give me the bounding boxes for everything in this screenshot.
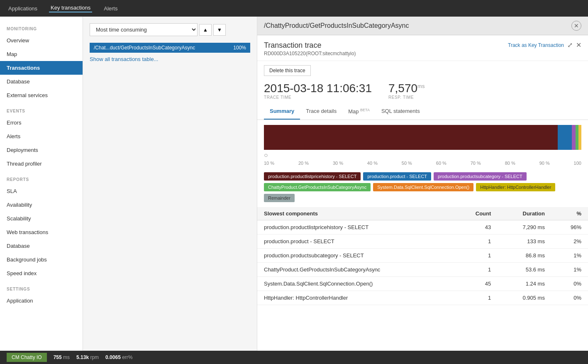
sidebar-item-sla[interactable]: SLA (0, 184, 83, 198)
trace-title-text: /ChattyProduct/GetProductsInSubCategoryA… (264, 22, 409, 29)
row-duration-4: 1.24 ms (498, 277, 551, 291)
bottom-bar: CM Chatty IO 755 ms 5.13k rpm 0.0065 err… (0, 351, 588, 364)
tab-summary[interactable]: Summary (264, 104, 300, 120)
row-name-4: System.Data.SqlClient.SqlConnection.Open… (257, 277, 454, 291)
transaction-bar-row[interactable]: /Chat...duct/GetProductsInSubCategoryAsy… (90, 43, 250, 53)
legend-remainder[interactable]: Remainder (264, 194, 295, 202)
trace-time-block: 2015-03-18 11:06:31 TRACE TIME (264, 82, 372, 100)
bottom-bar-metric-ms: 755 ms (54, 354, 70, 360)
title-bar-close-btn[interactable]: ✕ (571, 21, 581, 31)
sidebar-item-errors[interactable]: Errors (0, 116, 83, 129)
card-close-btn[interactable]: ✕ (576, 41, 581, 49)
transaction-bar-label: /Chat...duct/GetProductsInSubCategoryAsy… (90, 43, 229, 53)
chart-axis: 10 % 20 % 30 % 40 % 50 % 60 % 70 % 80 % … (264, 159, 581, 167)
expand-btn[interactable]: ⤢ (567, 41, 573, 49)
trace-metrics: 2015-03-18 11:06:31 TRACE TIME 7,570ms R… (257, 80, 588, 104)
dropdown-down-btn[interactable]: ▼ (213, 24, 226, 36)
trace-time-value: 2015-03-18 11:06:31 (264, 82, 372, 95)
nav-alerts[interactable]: Alerts (102, 5, 119, 12)
sidebar-item-alerts[interactable]: Alerts (0, 129, 83, 143)
chart-area: ○ 10 % 20 % 30 % 40 % 50 % 60 % 70 % 80 … (257, 120, 588, 172)
sidebar: MONITORING Overview Map Transactions Dat… (0, 17, 83, 364)
track-as-key-transaction-btn[interactable]: Track as Key Transaction (508, 42, 564, 48)
row-name-5: HttpHandler: HttpControllerHandler (257, 291, 454, 305)
sidebar-item-thread-profiler[interactable]: Thread profiler (0, 157, 83, 171)
segment-remainder (578, 125, 581, 150)
row-name-3: ChattyProduct.GetProductsInSubCategoryAs… (257, 263, 454, 277)
segment-productlistpricehistory (264, 125, 558, 150)
sidebar-item-external-services[interactable]: External services (0, 88, 83, 102)
right-panel: /ChattyProduct/GetProductsInSubCategoryA… (257, 17, 588, 364)
row-count-5: 1 (454, 291, 498, 305)
legend-chattyproduct[interactable]: ChattyProduct.GetProductsInSubCategoryAs… (264, 183, 371, 191)
show-all-transactions-link[interactable]: Show all transactions table... (90, 56, 158, 62)
row-name-1: production.product - SELECT (257, 235, 454, 249)
row-name-2: production.productsubcategory - SELECT (257, 249, 454, 263)
legend-httphandler[interactable]: HttpHandler: HttpControllerHandler (476, 183, 555, 191)
settings-section-label: SETTINGS (0, 280, 83, 294)
row-duration-1: 133 ms (498, 235, 551, 249)
content-area: Most time consuming Slowest average resp… (83, 17, 588, 364)
tab-trace-details[interactable]: Trace details (300, 104, 342, 120)
dropdown-up-btn[interactable]: ▲ (199, 24, 212, 36)
legend-area: production.productlistpricehistory - SEL… (257, 172, 588, 207)
segment-chattyproduct (576, 125, 578, 150)
resp-time-value: 7,570ms (388, 82, 425, 95)
trace-time-label: TRACE TIME (264, 95, 372, 100)
sidebar-item-deployments[interactable]: Deployments (0, 143, 83, 157)
table-row: production.product - SELECT 1 133 ms 2% (257, 235, 588, 249)
trace-tabs: Summary Trace details Map BETA SQL state… (257, 104, 588, 120)
time-consuming-dropdown[interactable]: Most time consuming Slowest average resp… (90, 23, 198, 36)
sidebar-item-web-transactions[interactable]: Web transactions (0, 225, 83, 239)
sidebar-item-map[interactable]: Map (0, 47, 83, 61)
chart-bar (264, 125, 581, 150)
monitoring-section-label: MONITORING (0, 20, 83, 34)
trace-card-title: Transaction trace (264, 41, 356, 50)
legend-productsubcategory[interactable]: production.productsubcategory - SELECT (434, 172, 527, 181)
resp-time-label: RESP. TIME (388, 95, 425, 100)
sidebar-item-database-report[interactable]: Database (0, 239, 83, 253)
sidebar-item-speed-index[interactable]: Speed index (0, 266, 83, 280)
row-count-4: 45 (454, 277, 498, 291)
row-pct-4: 0% (551, 277, 588, 291)
tab-map[interactable]: Map BETA (342, 104, 376, 120)
bottom-bar-app-name[interactable]: CM Chatty IO (7, 353, 47, 362)
sidebar-item-scalability[interactable]: Scalability (0, 212, 83, 225)
segment-productsubcategory (572, 125, 576, 150)
left-panel: Most time consuming Slowest average resp… (83, 17, 257, 364)
row-pct-1: 2% (551, 235, 588, 249)
row-duration-2: 86.8 ms (498, 249, 551, 263)
reports-section-label: REPORTS (0, 171, 83, 184)
col-pct-header: % (551, 207, 588, 220)
table-row: HttpHandler: HttpControllerHandler 1 0.9… (257, 291, 588, 305)
legend-sqlconnection[interactable]: System.Data.SqlClient.SqlConnection.Open… (373, 183, 473, 191)
sidebar-item-database[interactable]: Database (0, 75, 83, 88)
legend-product[interactable]: production.product - SELECT (363, 172, 431, 181)
trace-card-header: Transaction trace RD000D3A105220(ROOT:si… (257, 35, 588, 61)
row-count-2: 1 (454, 249, 498, 263)
sidebar-item-overview[interactable]: Overview (0, 34, 83, 47)
nav-key-transactions[interactable]: Key transactions (49, 5, 92, 12)
sidebar-item-availability[interactable]: Availability (0, 198, 83, 212)
trace-card: Transaction trace RD000D3A105220(ROOT:si… (257, 35, 588, 364)
transaction-bar-pct: 100% (229, 43, 250, 53)
table-row: production.productlistpricehistory - SEL… (257, 220, 588, 235)
events-section-label: EVENTS (0, 102, 83, 116)
row-pct-0: 96% (551, 220, 588, 235)
bottom-bar-metric-err: 0.0065 err% (105, 354, 132, 360)
delete-trace-area: Delete this trace (257, 61, 588, 80)
row-duration-5: 0.905 ms (498, 291, 551, 305)
legend-productlistpricehistory[interactable]: production.productlistpricehistory - SEL… (264, 172, 361, 181)
main-layout: MONITORING Overview Map Transactions Dat… (0, 17, 588, 364)
delete-trace-btn[interactable]: Delete this trace (264, 65, 311, 76)
sidebar-item-application[interactable]: Application (0, 294, 83, 308)
col-count-header: Count (454, 207, 498, 220)
row-count-0: 43 (454, 220, 498, 235)
table-row: production.productsubcategory - SELECT 1… (257, 249, 588, 263)
nav-applications[interactable]: Applications (7, 5, 39, 12)
sidebar-item-transactions[interactable]: Transactions (0, 61, 83, 75)
sidebar-item-background-jobs[interactable]: Background jobs (0, 253, 83, 266)
trace-card-subtitle: RD000D3A105220(ROOT:sitecmchattyio) (264, 51, 356, 56)
bottom-bar-metric-rpm: 5.13k rpm (76, 354, 99, 360)
tab-sql-statements[interactable]: SQL statements (376, 104, 426, 120)
